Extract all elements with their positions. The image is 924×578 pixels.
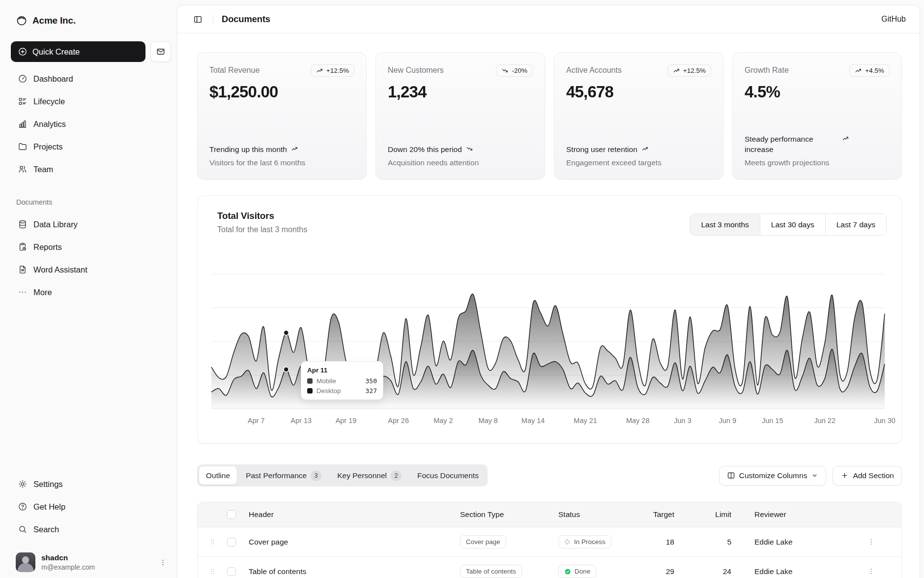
stat-footer-desc: Acquisition needs attention [388,158,533,167]
stat-footer-title: Trending up this month [209,145,354,155]
row-target[interactable]: 18 [652,538,686,547]
columns-icon [727,471,735,480]
row-menu-button[interactable] [864,564,878,578]
trending-up-icon [641,145,649,152]
sidebar-item-data-library[interactable]: Data Library [11,215,171,234]
tab-focus-documents[interactable]: Focus Documents [410,466,486,485]
stat-card-active-accounts: Active Accounts +12.5% 45,678 Strong use… [554,52,723,180]
trend-badge: +12.5% [667,64,711,77]
select-all-checkbox[interactable] [227,510,236,519]
tab-outline[interactable]: Outline [199,466,237,485]
check-circle-icon [564,568,571,575]
sidebar-item-more[interactable]: More [11,283,171,302]
visitors-area-chart[interactable] [198,196,902,444]
trend-badge: +12.5% [311,64,354,77]
word-file-icon [18,265,28,274]
github-link[interactable]: GitHub [881,15,906,24]
row-header[interactable]: Cover page [249,538,460,547]
sections-table: Header Section Type Status Target Limit … [197,502,902,578]
tab-past-performance[interactable]: Past Performance3 [239,466,328,485]
tooltip-row: Desktop 327 [307,387,377,395]
col-section-type: Section Type [460,510,558,519]
visitors-chart-card: Total Visitors Total for the last 3 mont… [197,195,902,444]
analytics-icon [18,119,28,129]
stat-card-new-customers: New Customers -20% 1,234 Down 20% this p… [375,52,545,180]
x-tick: Apr 26 [388,417,409,425]
sidebar-footer-nav: SettingsGet HelpSearch [11,475,171,539]
stat-value: 4.5% [745,83,890,101]
x-tick: May 14 [521,417,545,425]
row-checkbox[interactable] [227,538,236,547]
sidebar-item-analytics[interactable]: Analytics [11,115,171,133]
tab-key-personnel[interactable]: Key Personnel2 [330,466,408,485]
row-checkbox[interactable] [227,567,236,576]
inbox-button[interactable] [150,41,171,62]
customize-columns-button[interactable]: Customize Columns [719,466,827,486]
stat-footer-title: Down 20% this period [388,145,533,155]
drag-handle[interactable] [198,568,227,575]
sidebar-item-team[interactable]: Team [11,160,171,179]
user-email: m@example.com [41,563,95,572]
row-menu-button[interactable] [864,535,878,549]
section-type-badge: Cover page [460,535,506,548]
brand[interactable]: Acme Inc. [11,10,171,31]
quick-create-label: Quick Create [32,47,80,57]
stat-footer-title: Steady performance increase [745,134,890,155]
sidebar-item-reports[interactable]: Reports [11,238,171,256]
page-title: Documents [222,14,270,25]
topbar: Documents GitHub [177,5,920,33]
series-swatch [307,388,313,394]
sidebar-item-projects[interactable]: Projects [11,137,171,156]
series-value: 350 [366,377,377,385]
drag-handle[interactable] [198,538,227,546]
x-tick: Jun 30 [874,417,895,425]
search-icon [18,524,28,534]
stat-footer-desc: Visitors for the last 6 months [209,158,354,167]
main-panel: Documents GitHub Total Revenue +12.5% $1… [177,5,920,578]
sidebar-item-dashboard[interactable]: Dashboard [11,69,171,88]
row-header[interactable]: Table of contents [249,567,460,576]
tab-count-badge: 3 [311,470,321,481]
row-target[interactable]: 29 [652,567,686,576]
x-tick: Apr 13 [290,417,312,425]
stat-value: $1,250.00 [209,83,354,101]
stat-footer-desc: Engagement exceed targets [566,158,711,167]
sidebar: Acme Inc. Quick Create DashboardLifecycl… [0,0,177,578]
sidebar-item-get-help[interactable]: Get Help [11,497,171,516]
add-section-label: Add Section [853,471,894,480]
row-reviewer[interactable]: Eddie Lake [743,538,864,547]
sidebar-item-word-assistant[interactable]: Word Assistant [11,260,171,279]
sidebar-item-search[interactable]: Search [11,520,171,539]
brand-name: Acme Inc. [32,15,76,26]
trending-down-icon [466,145,473,152]
row-limit[interactable]: 5 [686,538,743,547]
add-section-button[interactable]: Add Section [833,466,902,486]
x-tick: Jun 3 [674,417,691,425]
user-menu[interactable]: shadcn m@example.com [11,547,171,578]
row-limit[interactable]: 24 [686,567,743,576]
sidebar-item-lifecycle[interactable]: Lifecycle [11,92,171,111]
x-tick: Apr 7 [248,417,265,425]
dashboard-icon [18,74,28,84]
table-row: Cover page Cover page In Process 18 5 Ed… [198,527,901,556]
sidebar-item-label: Analytics [33,120,66,129]
sidebar-item-label: Dashboard [33,74,73,84]
col-target: Target [652,510,686,519]
quick-create-button[interactable]: Quick Create [11,41,145,62]
x-tick: Jun 22 [814,417,836,425]
trend-badge: -20% [496,64,533,77]
sidebar-item-settings[interactable]: Settings [11,475,171,493]
help-icon [18,502,28,512]
trending-up-icon [673,67,680,74]
customize-columns-label: Customize Columns [739,471,808,480]
sidebar-item-label: Search [33,525,59,534]
row-reviewer[interactable]: Eddie Lake [743,567,864,576]
sidebar-toggle-button[interactable] [191,13,204,26]
avatar [16,552,35,572]
sidebar-item-label: Word Assistant [33,265,87,274]
loader-icon [564,539,571,545]
users-icon [18,164,28,174]
x-tick: Apr 19 [336,417,357,425]
series-label: Mobile [317,377,336,385]
section-type-badge: Table of contents [460,565,522,578]
